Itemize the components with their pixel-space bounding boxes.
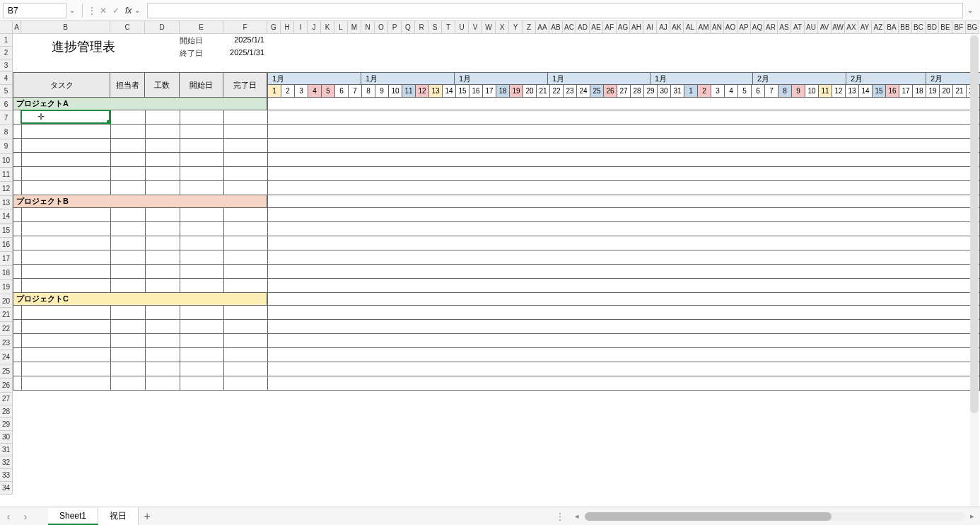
gantt-cell[interactable] [778,319,792,334]
gantt-cell[interactable] [764,362,778,376]
gantt-cell[interactable] [643,292,658,306]
gantt-cell[interactable] [563,195,577,208]
gantt-cell[interactable] [469,124,483,139]
gantt-cell[interactable] [764,264,778,279]
column-header[interactable]: O [375,21,388,34]
gantt-cell[interactable] [361,124,375,139]
gantt-cell[interactable] [670,376,684,391]
task-cell[interactable] [110,278,146,293]
gantt-cell[interactable] [697,236,711,250]
gantt-cell[interactable] [415,236,429,250]
row-header[interactable]: 16 [0,238,13,252]
gantt-cell[interactable] [832,195,846,208]
gantt-cell[interactable] [536,166,550,181]
gantt-cell[interactable] [361,221,375,236]
gantt-cell[interactable] [939,362,953,376]
gantt-cell[interactable] [697,138,711,153]
gantt-cell[interactable] [657,180,671,195]
gantt-cell[interactable] [523,347,537,362]
gantt-cell[interactable] [818,97,832,110]
fx-dropdown-icon[interactable]: ⌄ [134,6,144,14]
task-cell[interactable] [180,110,224,125]
task-cell[interactable] [145,305,180,320]
gantt-cell[interactable] [469,319,483,334]
gantt-cell[interactable] [684,207,698,222]
accept-icon[interactable]: ✓ [110,4,122,17]
gantt-cell[interactable] [670,292,684,306]
gantt-cell[interactable] [375,152,389,167]
gantt-cell[interactable] [939,124,953,139]
gantt-cell[interactable] [603,278,617,293]
gantt-cell[interactable] [778,362,792,376]
gantt-cell[interactable] [670,97,684,110]
gantt-cell[interactable] [361,138,375,153]
gantt-cell[interactable] [590,221,604,236]
gantt-cell[interactable] [724,180,738,195]
gantt-cell[interactable] [952,166,967,181]
gantt-cell[interactable] [939,195,953,208]
gantt-cell[interactable] [845,264,859,279]
gantt-cell[interactable] [402,347,416,362]
gantt-cell[interactable] [885,110,899,125]
gantt-cell[interactable] [952,124,967,139]
gantt-cell[interactable] [482,138,496,153]
gantt-cell[interactable] [899,292,913,306]
task-cell[interactable] [180,278,224,293]
gantt-cell[interactable] [334,221,349,236]
gantt-cell[interactable] [845,292,859,306]
gantt-cell[interactable] [939,207,953,222]
column-header[interactable]: BD [926,21,939,34]
gantt-cell[interactable] [308,333,322,348]
gantt-cell[interactable] [321,264,335,279]
gantt-cell[interactable] [334,97,349,110]
row-header[interactable]: 34 [0,482,13,495]
gantt-cell[interactable] [442,97,456,110]
task-cell[interactable] [21,152,111,167]
gantt-cell[interactable] [523,376,537,391]
gantt-cell[interactable] [402,319,416,334]
gantt-cell[interactable] [603,207,617,222]
gantt-cell[interactable] [657,221,671,236]
gantt-cell[interactable] [442,278,456,293]
gantt-cell[interactable] [697,319,711,334]
gantt-cell[interactable] [415,264,429,279]
gantt-cell[interactable] [496,264,510,279]
gantt-cell[interactable] [375,250,389,265]
column-header[interactable]: N [361,21,375,34]
gantt-cell[interactable] [832,207,846,222]
gantt-cell[interactable] [939,166,953,181]
gantt-cell[interactable] [308,97,322,110]
gantt-cell[interactable] [442,221,456,236]
gantt-cell[interactable] [697,221,711,236]
gantt-cell[interactable] [630,250,644,265]
gantt-cell[interactable] [442,195,456,208]
gantt-cell[interactable] [603,124,617,139]
gantt-cell[interactable] [509,110,523,125]
gantt-cell[interactable] [832,362,846,376]
gantt-cell[interactable] [939,138,953,153]
gantt-cell[interactable] [428,333,443,348]
task-cell[interactable] [21,376,111,391]
gantt-cell[interactable] [361,97,375,110]
gantt-cell[interactable] [805,292,819,306]
gantt-cell[interactable] [832,305,846,320]
task-cell[interactable] [145,347,180,362]
task-cell[interactable] [145,250,180,265]
gantt-cell[interactable] [294,264,308,279]
gantt-cell[interactable] [375,362,389,376]
gantt-cell[interactable] [912,292,926,306]
gantt-cell[interactable] [549,347,564,362]
gantt-cell[interactable] [294,347,308,362]
gantt-cell[interactable] [308,362,322,376]
row-header[interactable]: 7 [0,111,13,125]
gantt-cell[interactable] [334,362,349,376]
task-cell[interactable] [110,138,146,153]
gantt-cell[interactable] [576,195,590,208]
gantt-cell[interactable] [724,347,738,362]
gantt-cell[interactable] [818,180,832,195]
gantt-cell[interactable] [576,166,590,181]
gantt-cell[interactable] [576,362,590,376]
gantt-cell[interactable] [308,207,322,222]
gantt-cell[interactable] [523,264,537,279]
gantt-cell[interactable] [576,305,590,320]
